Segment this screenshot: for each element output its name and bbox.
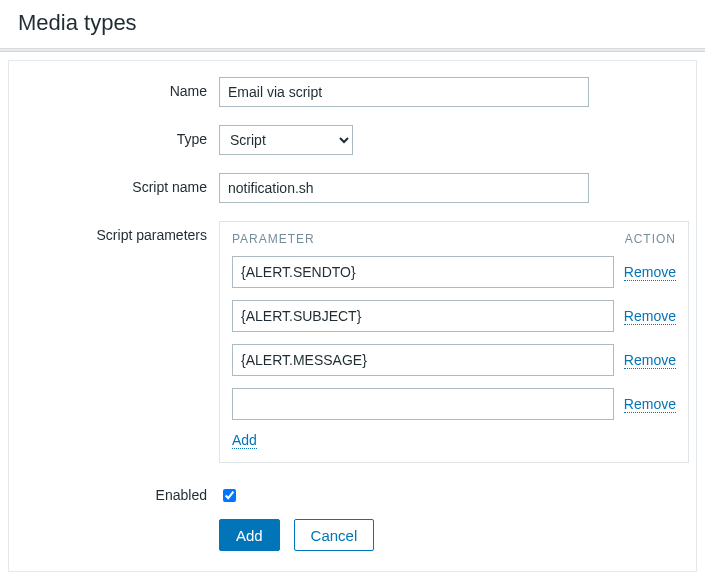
param-row: Remove [232,344,676,376]
params-col-parameter: PARAMETER [232,232,315,246]
cancel-button[interactable]: Cancel [294,519,375,551]
media-type-form: Name Type Script Script name Script para… [8,60,697,572]
enabled-checkbox[interactable] [223,489,236,502]
param-remove-link[interactable]: Remove [624,264,676,281]
param-row: Remove [232,300,676,332]
type-label: Type [19,125,219,147]
page-title: Media types [0,0,705,48]
param-remove-link[interactable]: Remove [624,396,676,413]
name-label: Name [19,77,219,99]
param-input[interactable] [232,388,614,420]
script-name-input[interactable] [219,173,589,203]
params-col-action: ACTION [625,232,676,246]
script-parameters-box: PARAMETER ACTION Remove Remove Remove [219,221,689,463]
add-button[interactable]: Add [219,519,280,551]
param-input[interactable] [232,300,614,332]
type-select[interactable]: Script [219,125,353,155]
param-input[interactable] [232,344,614,376]
param-remove-link[interactable]: Remove [624,352,676,369]
name-input[interactable] [219,77,589,107]
param-row: Remove [232,256,676,288]
title-divider [0,48,705,52]
enabled-label: Enabled [19,481,219,503]
script-name-label: Script name [19,173,219,195]
param-input[interactable] [232,256,614,288]
param-add-link[interactable]: Add [232,432,257,449]
param-row: Remove [232,388,676,420]
param-remove-link[interactable]: Remove [624,308,676,325]
script-parameters-label: Script parameters [19,221,219,243]
